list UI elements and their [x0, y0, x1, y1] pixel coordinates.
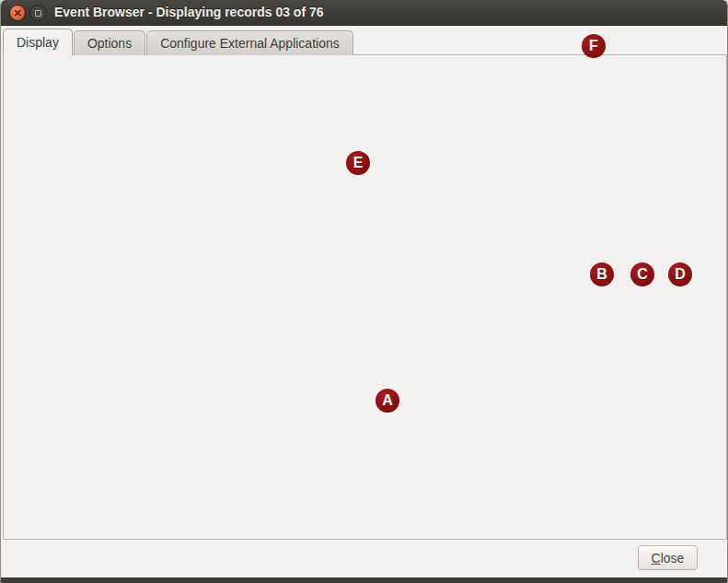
callout-f: F	[582, 34, 606, 58]
window-title: Event Browser - Displaying records 03 of…	[54, 5, 324, 19]
callout-a: A	[376, 389, 399, 413]
close-icon: ✕	[13, 8, 21, 18]
tab-options-label: Options	[87, 36, 132, 51]
close-button-label: Close	[652, 551, 685, 566]
tab-configure-external-applications[interactable]: Configure External Applications	[146, 30, 353, 55]
close-button[interactable]: Close	[638, 545, 698, 570]
tab-display[interactable]: Display	[3, 29, 73, 55]
tab-configure-label: Configure External Applications	[160, 36, 340, 51]
window-restore-button[interactable]	[29, 5, 46, 21]
tab-bar: Display Options Configure External Appli…	[3, 29, 354, 55]
titlebar[interactable]: ✕ Event Browser - Displaying records 03 …	[1, 0, 727, 26]
callout-d: D	[668, 262, 692, 286]
tab-options[interactable]: Options	[74, 30, 145, 55]
event-browser-window: ✕ Event Browser - Displaying records 03 …	[0, 0, 728, 583]
window-close-button[interactable]: ✕	[9, 5, 26, 21]
callout-c: C	[630, 262, 654, 286]
callout-b: B	[590, 262, 614, 286]
restore-icon	[35, 10, 41, 17]
tab-display-label: Display	[17, 35, 59, 50]
callout-e: E	[346, 151, 370, 175]
tab-pane	[3, 54, 727, 540]
